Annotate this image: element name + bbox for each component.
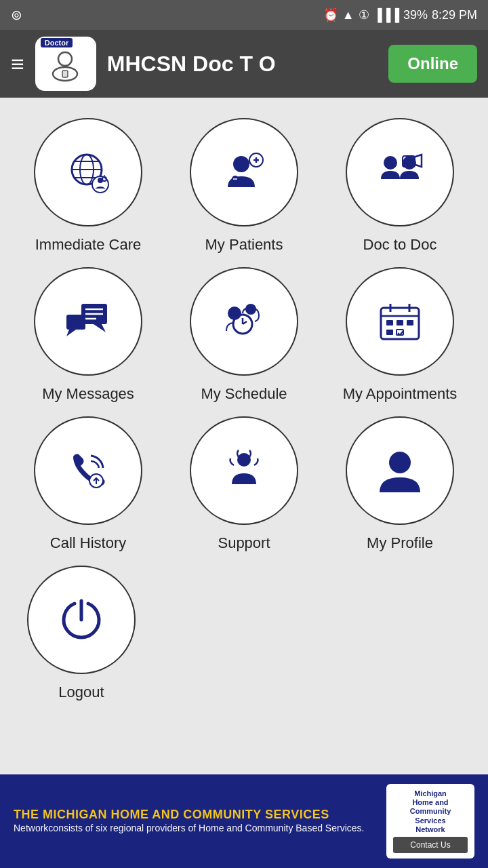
svg-point-0 — [58, 52, 72, 66]
my-appointments-button[interactable] — [346, 267, 454, 376]
header: ≡ Doctor MHCSN Doc T O Online — [0, 30, 488, 98]
footer-text-block: THE MICHIGAN HOME AND COMMUNITY SERVICES… — [14, 808, 375, 835]
my-appointments-item[interactable]: My Appointments — [325, 267, 474, 403]
logout-label: Logout — [58, 684, 104, 701]
svg-rect-39 — [386, 320, 393, 326]
app-logo: Doctor — [35, 37, 96, 91]
call-history-icon — [61, 443, 115, 498]
my-patients-label: My Patients — [205, 236, 283, 254]
my-profile-label: My Profile — [367, 534, 433, 552]
svg-rect-41 — [407, 320, 413, 326]
svg-point-49 — [389, 452, 411, 473]
my-patients-item[interactable]: My Patients — [169, 118, 319, 254]
logout-item[interactable]: Logout — [27, 566, 136, 701]
footer-contact-button[interactable]: Contact Us — [393, 837, 468, 853]
svg-point-19 — [384, 156, 397, 170]
whatsapp-icon: ⊚ — [11, 7, 22, 23]
svg-point-33 — [245, 304, 256, 315]
my-schedule-button[interactable] — [190, 267, 298, 376]
footer-logo-block: MichiganHome andCommunityServicesNetwork… — [386, 784, 474, 859]
video-call-icon — [373, 145, 427, 199]
footer-title: THE MICHIGAN HOME AND COMMUNITY SERVICES — [14, 808, 375, 822]
support-icon — [217, 443, 271, 498]
my-schedule-label: My Schedule — [201, 385, 287, 403]
my-messages-button[interactable] — [34, 267, 142, 376]
doc-to-doc-label: Doc to Doc — [363, 236, 437, 254]
doc-to-doc-button[interactable] — [346, 118, 454, 226]
my-messages-item[interactable]: My Messages — [14, 267, 163, 403]
wifi-icon: ▲ — [342, 8, 354, 22]
support-button[interactable] — [190, 416, 298, 525]
hamburger-menu-button[interactable]: ≡ — [11, 51, 24, 77]
battery-text: 39% — [403, 8, 428, 22]
schedule-icon — [217, 294, 271, 349]
logout-row: Logout — [14, 559, 474, 769]
patient-add-icon — [217, 145, 271, 199]
support-item[interactable]: Support — [169, 416, 319, 552]
call-history-button[interactable] — [34, 416, 142, 525]
footer-logo-title: MichiganHome andCommunityServicesNetwork — [393, 789, 468, 834]
menu-grid: Immediate Care My Patients — [14, 118, 474, 552]
call-history-label: Call History — [50, 534, 126, 552]
footer-banner: THE MICHIGAN HOME AND COMMUNITY SERVICES… — [0, 774, 488, 868]
my-profile-button[interactable] — [346, 416, 454, 525]
my-appointments-label: My Appointments — [343, 385, 458, 403]
main-content: Immediate Care My Patients — [0, 98, 488, 783]
profile-icon — [373, 443, 427, 498]
signal-icon: ▐▐▐ — [373, 8, 399, 22]
status-right: ⏰ ▲ ① ▐▐▐ 39% 8:29 PM — [323, 7, 477, 22]
svg-marker-26 — [94, 324, 106, 332]
support-label: Support — [218, 534, 270, 552]
alarm-icon: ⏰ — [323, 7, 338, 22]
globe-doctor-icon — [61, 145, 115, 199]
immediate-care-label: Immediate Care — [35, 236, 142, 254]
immediate-care-item[interactable]: Immediate Care — [14, 118, 163, 254]
online-status-button[interactable]: Online — [388, 45, 477, 83]
logout-button[interactable] — [27, 566, 136, 674]
svg-point-48 — [243, 477, 246, 481]
my-patients-button[interactable] — [190, 118, 298, 226]
immediate-care-button[interactable] — [34, 118, 142, 226]
svg-rect-2 — [62, 71, 68, 77]
logo-doctor-icon — [47, 47, 84, 90]
logo-badge: Doctor — [41, 38, 73, 47]
svg-rect-40 — [396, 320, 403, 326]
my-profile-item[interactable]: My Profile — [325, 416, 474, 552]
call-history-item[interactable]: Call History — [14, 416, 163, 552]
svg-point-34 — [228, 307, 241, 320]
messages-icon — [61, 294, 115, 349]
app-title: MHCSN Doc T O — [107, 52, 378, 77]
my-messages-label: My Messages — [42, 385, 134, 403]
power-icon — [54, 593, 108, 647]
my-schedule-item[interactable]: My Schedule — [169, 267, 319, 403]
svg-point-46 — [237, 453, 251, 467]
svg-rect-42 — [386, 330, 393, 335]
svg-marker-24 — [66, 330, 76, 336]
calendar-icon — [373, 294, 427, 349]
status-bar: ⊚ ⏰ ▲ ① ▐▐▐ 39% 8:29 PM — [0, 0, 488, 30]
status-left: ⊚ — [11, 7, 22, 23]
sim-icon: ① — [359, 7, 369, 22]
svg-point-12 — [233, 156, 249, 172]
footer-subtitle: Networkconsists of six regional provider… — [14, 822, 375, 835]
time-text: 8:29 PM — [432, 8, 477, 22]
doc-to-doc-item[interactable]: Doc to Doc — [325, 118, 474, 254]
